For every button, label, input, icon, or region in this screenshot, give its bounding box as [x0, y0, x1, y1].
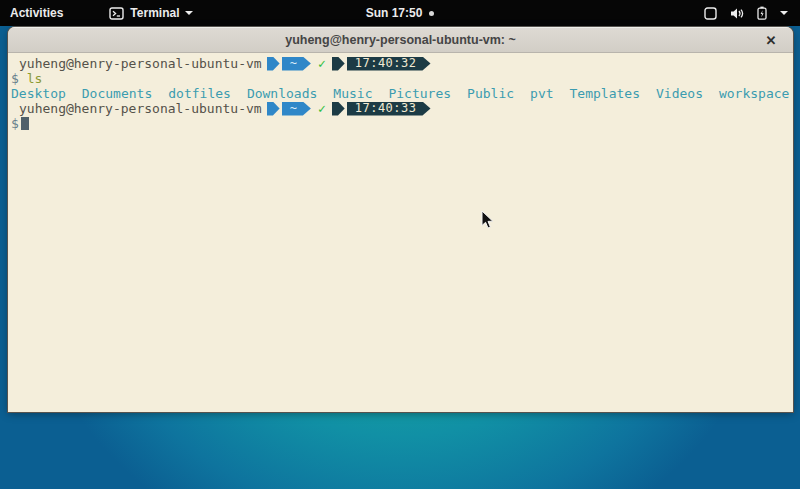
- directory-name: Videos: [656, 86, 703, 101]
- input-line[interactable]: $: [11, 116, 791, 131]
- terminal-cursor: [21, 117, 29, 130]
- status-check-icon: ✓: [318, 56, 326, 71]
- app-menu-label: Terminal: [130, 6, 179, 20]
- ls-output-line: Desktop Documents dotfiles Downloads Mus…: [11, 86, 791, 101]
- powerline-arrow-icon: [267, 102, 280, 116]
- chevron-down-icon: [185, 11, 193, 15]
- window-titlebar[interactable]: yuheng@henry-personal-ubuntu-vm: ~ ✕: [8, 27, 793, 53]
- status-check-icon: ✓: [318, 101, 326, 116]
- prompt-symbol: $: [11, 71, 19, 86]
- prompt-line: yuheng@henry-personal-ubuntu-vm ~ ✓ 17:4…: [11, 56, 791, 71]
- mouse-cursor: [481, 210, 494, 234]
- powerline-arrow-icon: [332, 102, 345, 116]
- window-title: yuheng@henry-personal-ubuntu-vm: ~: [285, 33, 516, 47]
- directory-name: Documents: [82, 86, 152, 101]
- directory-name: pvt: [530, 86, 553, 101]
- prompt-cwd-segment: ~: [282, 57, 311, 71]
- prompt-cwd: ~: [290, 101, 297, 116]
- prompt-user-host: yuheng@henry-personal-ubuntu-vm: [19, 56, 262, 71]
- command-text: ls: [27, 71, 43, 86]
- powerline-arrow-icon: [267, 57, 280, 71]
- system-status-area[interactable]: [694, 0, 800, 26]
- top-bar: Activities Terminal Sun 17:50: [0, 0, 800, 26]
- close-button[interactable]: ✕: [759, 28, 783, 52]
- app-menu-button[interactable]: Terminal: [99, 0, 203, 26]
- prompt-line: yuheng@henry-personal-ubuntu-vm ~ ✓ 17:4…: [11, 101, 791, 116]
- notification-dot-icon: [429, 11, 434, 16]
- directory-name: dotfiles: [168, 86, 231, 101]
- prompt-time-segment: 17:40:32: [347, 57, 431, 71]
- terminal-window: yuheng@henry-personal-ubuntu-vm: ~ ✕ yuh…: [8, 27, 793, 412]
- powerline-arrow-icon: [332, 57, 345, 71]
- activities-button[interactable]: Activities: [0, 0, 73, 26]
- prompt-time: 17:40:32: [355, 56, 417, 71]
- prompt-time-segment: 17:40:33: [347, 102, 431, 116]
- volume-icon: [730, 7, 744, 20]
- directory-name: Desktop: [11, 86, 66, 101]
- battery-charging-icon: [757, 6, 767, 20]
- chevron-down-icon: [780, 11, 788, 15]
- top-bar-left: Activities Terminal: [0, 0, 203, 26]
- prompt-symbol: $: [11, 116, 19, 131]
- directory-name: Music: [333, 86, 372, 101]
- directory-name: workspace: [719, 86, 789, 101]
- terminal-screen[interactable]: yuheng@henry-personal-ubuntu-vm ~ ✓ 17:4…: [8, 53, 793, 411]
- directory-name: Downloads: [247, 86, 317, 101]
- directory-name: Public: [467, 86, 514, 101]
- prompt-user-host: yuheng@henry-personal-ubuntu-vm: [19, 101, 262, 116]
- prompt-cwd-segment: ~: [282, 102, 311, 116]
- directory-name: Templates: [570, 86, 640, 101]
- command-line: $ ls: [11, 71, 791, 86]
- clock-label: Sun 17:50: [366, 6, 423, 20]
- prompt-cwd: ~: [290, 56, 297, 71]
- directory-name: Pictures: [388, 86, 451, 101]
- clock-button[interactable]: Sun 17:50: [366, 6, 435, 20]
- activities-label: Activities: [10, 6, 63, 20]
- screen-icon: [704, 7, 717, 20]
- prompt-time: 17:40:33: [355, 101, 417, 116]
- terminal-app-icon: [109, 7, 124, 20]
